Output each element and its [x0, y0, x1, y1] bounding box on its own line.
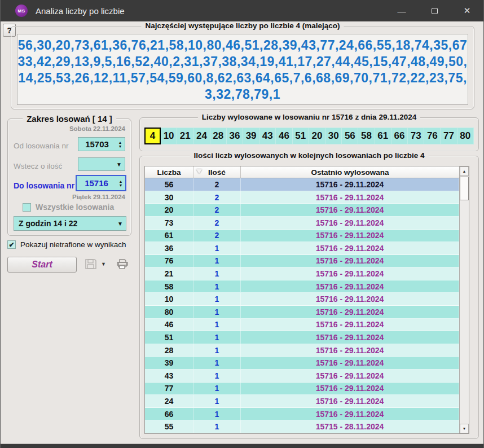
cell-count: 2 [193, 230, 241, 242]
cell-last: 15716 - 29.11.2024 [241, 306, 459, 318]
cell-last: 15716 - 29.11.2024 [241, 242, 459, 254]
cell-last: 15716 - 29.11.2024 [241, 331, 459, 344]
cell-number: 21 [145, 267, 193, 280]
counts-group: Ilości liczb wylosowanych w kolejnych lo… [139, 156, 479, 439]
draw-number: 80 [457, 128, 474, 144]
cell-count: 2 [193, 204, 241, 216]
table-row[interactable]: 61215716 - 29.11.2024 [145, 230, 459, 243]
close-button[interactable]: ✕ [451, 0, 483, 21]
table-row[interactable]: 39115716 - 29.11.2024 [145, 357, 459, 370]
from-draw-label: Od losowania nr [14, 142, 69, 150]
cell-number: 24 [145, 395, 193, 407]
save-options-chevron-icon[interactable]: ▼ [101, 261, 106, 267]
to-draw-value: 15716 [77, 178, 116, 188]
to-draw-spinner[interactable]: 15716 ▲▼ [76, 175, 126, 191]
cell-last: 15716 - 29.11.2024 [241, 293, 459, 305]
from-draw-value: 15703 [78, 139, 116, 149]
cell-count: 1 [193, 383, 241, 395]
save-icon[interactable] [84, 257, 98, 271]
app-icon: MS [15, 5, 28, 17]
cell-number: 80 [145, 306, 193, 318]
show-missed-checkbox[interactable]: ✔ [7, 240, 16, 249]
table-row[interactable]: 36115716 - 29.11.2024 [145, 242, 459, 255]
all-draws-checkbox[interactable] [23, 203, 31, 212]
draw-number: 30 [325, 128, 342, 144]
table-row[interactable]: 77115716 - 29.11.2024 [145, 383, 459, 396]
column-header-liczba[interactable]: Liczba [145, 166, 193, 178]
cell-number: 76 [145, 255, 193, 267]
from-draw-spinner[interactable]: 15703 ▲▼ [78, 137, 125, 151]
spinner-arrows-icon[interactable]: ▲▼ [116, 179, 125, 187]
cell-count: 1 [193, 306, 241, 318]
cell-last: 15716 - 29.11.2024 [241, 178, 459, 191]
table-row[interactable]: 24115716 - 29.11.2024 [145, 395, 459, 408]
cell-last: 15716 - 29.11.2024 [241, 408, 459, 420]
table-row[interactable]: 20215716 - 29.11.2024 [145, 204, 459, 217]
to-draw-date: Piątek 29.11.2024 [72, 194, 125, 200]
maximize-icon [432, 8, 438, 14]
cell-last: 15716 - 29.11.2024 [241, 383, 459, 395]
cell-number: 61 [145, 230, 193, 242]
cell-last: 15716 - 29.11.2024 [241, 357, 459, 369]
to-draw-label: Do losowania nr [14, 181, 74, 190]
frequent-numbers-line: 14,25,53,26,12,11,57,54,59,60,8,62,63,64… [17, 70, 468, 86]
window-title: Analiza liczby po liczbie [36, 6, 125, 16]
cell-number: 46 [145, 319, 193, 331]
scrollbar-track[interactable] [460, 200, 469, 424]
cell-count: 1 [193, 255, 241, 267]
table-row[interactable]: 21115716 - 29.11.2024 [145, 267, 459, 280]
back-count-combo[interactable]: ▼ [78, 157, 125, 171]
draw-number: 77 [441, 128, 457, 144]
scrollbar-thumb[interactable] [460, 177, 469, 200]
cell-last: 15716 - 29.11.2024 [241, 255, 459, 267]
draw-number: 20 [309, 128, 325, 144]
minimize-button[interactable]: — [385, 0, 418, 21]
table-row[interactable]: 76115716 - 29.11.2024 [145, 255, 459, 268]
hours-combo[interactable]: Z godzin 14 i 22 ▼ [14, 216, 126, 231]
table-row[interactable]: 80115716 - 29.11.2024 [145, 306, 459, 319]
table-row[interactable]: 51115716 - 29.11.2024 [145, 331, 459, 344]
draw-number: 58 [358, 128, 375, 144]
start-button[interactable]: Start [7, 257, 77, 273]
cell-last: 15716 - 29.11.2024 [241, 204, 459, 216]
cell-last: 15716 - 29.11.2024 [241, 217, 459, 229]
cell-number: 28 [145, 344, 193, 357]
table-row[interactable]: 46115716 - 29.11.2024 [145, 319, 459, 332]
cell-number: 58 [145, 280, 193, 293]
drawn-numbers-group: Liczby wylosowane w losowaniu nr 15716 z… [139, 117, 479, 151]
column-header-ostatnio[interactable]: Ostatnio wylosowana [241, 166, 459, 178]
column-header-ilosc[interactable]: Ilość [193, 166, 241, 178]
table-row[interactable]: 43115716 - 29.11.2024 [145, 370, 459, 383]
scroll-down-icon[interactable]: ▼ [460, 424, 469, 433]
table-row[interactable]: 73215716 - 29.11.2024 [145, 217, 459, 230]
table-row[interactable]: 10115716 - 29.11.2024 [145, 293, 459, 306]
app-window: MS Analiza liczby po liczbie — ✕ ? Najcz… [0, 0, 484, 448]
draw-number: 10 [161, 128, 177, 144]
spinner-arrows-icon[interactable]: ▲▼ [116, 140, 125, 148]
cell-number: 55 [145, 420, 193, 433]
scroll-up-icon[interactable]: ▲ [460, 166, 469, 176]
draw-number: 51 [293, 128, 309, 144]
show-missed-label: Pokazuj nietrafione w wynikach [20, 240, 126, 249]
cell-number: 30 [145, 191, 193, 204]
cell-last: 15716 - 29.11.2024 [241, 191, 459, 204]
cell-count: 1 [193, 370, 241, 382]
table-row[interactable]: 66115716 - 29.11.2024 [145, 408, 459, 421]
draw-number: 39 [243, 128, 259, 144]
table-row[interactable]: 55115715 - 28.11.2024 [145, 420, 459, 433]
cell-last: 15716 - 29.11.2024 [241, 395, 459, 407]
draw-range-group: Zakres losowań [ 14 ] Sobota 22.11.2024 … [7, 118, 131, 236]
cell-count: 1 [193, 267, 241, 280]
vertical-scrollbar[interactable]: ▲ ▼ [459, 166, 469, 433]
frequent-numbers-line: 33,42,29,13,9,5,16,52,40,2,31,37,38,34,1… [17, 54, 468, 70]
print-icon[interactable] [115, 257, 130, 271]
frequent-numbers-title: Najczęściej występujące liczby po liczbi… [141, 21, 344, 30]
table-row[interactable]: 58115716 - 29.11.2024 [145, 280, 459, 293]
table-row[interactable]: 30215716 - 29.11.2024 [145, 191, 459, 204]
draw-range-title: Zakres losowań [ 14 ] [23, 114, 116, 124]
maximize-button[interactable] [418, 0, 451, 21]
table-row[interactable]: 56215716 - 29.11.2024 [145, 178, 459, 191]
table-row[interactable]: 28115716 - 29.11.2024 [145, 344, 459, 357]
titlebar: MS Analiza liczby po liczbie — ✕ [1, 0, 483, 21]
cell-last: 15716 - 29.11.2024 [241, 280, 459, 293]
